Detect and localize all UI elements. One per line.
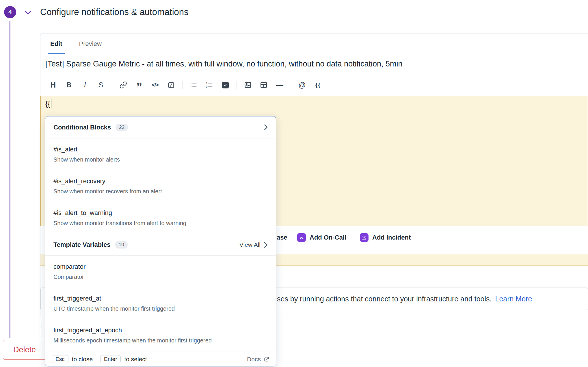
item-description: Show when monitor transitions from alert… bbox=[53, 220, 268, 227]
chevron-right-icon bbox=[264, 124, 268, 130]
autocomplete-item[interactable]: comparator Comparator bbox=[45, 256, 276, 288]
autocomplete-footer: Esc to close Enter to select Docs bbox=[45, 351, 276, 366]
svg-text:1: 1 bbox=[206, 81, 207, 85]
automation-note-text: ses by running actions that connect to y… bbox=[277, 295, 492, 303]
section-title: Conditional Blocks bbox=[53, 124, 111, 131]
step-number-badge: 4 bbox=[4, 6, 16, 18]
toolbar-horizontal-rule-button[interactable]: — bbox=[274, 79, 285, 91]
editor-tab-bar: Edit Preview bbox=[40, 34, 588, 54]
editor-toolbar: H B I S ” </> bbox=[40, 74, 588, 96]
toolbar-mention-button[interactable]: @ bbox=[296, 79, 308, 91]
step-title: Configure notifications & automations bbox=[40, 7, 189, 17]
section-template-variables-header[interactable]: Template Variables 10 View All bbox=[45, 234, 276, 256]
svg-text:2: 2 bbox=[206, 85, 207, 88]
learn-more-link[interactable]: Learn More bbox=[495, 295, 532, 303]
step-progress-line bbox=[10, 21, 10, 338]
image-icon bbox=[244, 81, 252, 89]
code-block-icon bbox=[168, 81, 175, 89]
add-incident-label: Add Incident bbox=[372, 234, 411, 241]
view-all-link[interactable]: View All bbox=[239, 241, 268, 248]
template-autocomplete-popup: Conditional Blocks 22 #is_alert Show whe… bbox=[45, 116, 276, 366]
item-description: Show when monitor recovers from an alert bbox=[53, 188, 268, 195]
esc-key: Esc bbox=[52, 355, 68, 363]
chevron-right-icon bbox=[264, 242, 268, 248]
text-caret bbox=[51, 99, 51, 108]
enter-hint: to select bbox=[124, 356, 147, 363]
toolbar-italic-button[interactable]: I bbox=[79, 79, 91, 91]
section-conditional-blocks-header[interactable]: Conditional Blocks 22 bbox=[45, 116, 276, 138]
numbered-list-icon: 1 2 bbox=[206, 81, 213, 89]
toolbar-divider bbox=[182, 81, 183, 89]
inline-code-icon: </> bbox=[152, 82, 158, 88]
add-incident-button[interactable]: Add Incident bbox=[360, 233, 411, 242]
add-oncall-button[interactable]: Add On-Call bbox=[297, 233, 346, 242]
enter-key: Enter bbox=[100, 355, 121, 363]
oncall-icon bbox=[297, 233, 306, 242]
toolbar-bullet-list-button[interactable] bbox=[188, 79, 199, 91]
toolbar-image-button[interactable] bbox=[242, 79, 254, 91]
item-name: comparator bbox=[53, 263, 268, 271]
message-text: {{ bbox=[45, 100, 50, 108]
strikethrough-icon: S bbox=[98, 81, 103, 89]
view-all-label: View All bbox=[239, 241, 260, 248]
item-name: #is_alert_to_warning bbox=[53, 209, 268, 217]
toolbar-heading-button[interactable]: H bbox=[47, 79, 59, 91]
autocomplete-item[interactable]: #is_alert_recovery Show when monitor rec… bbox=[45, 170, 276, 202]
toolbar-code-block-button[interactable] bbox=[165, 79, 177, 91]
item-name: #is_alert_recovery bbox=[53, 177, 268, 185]
italic-icon: I bbox=[84, 81, 86, 89]
docs-label: Docs bbox=[247, 356, 261, 363]
autocomplete-item[interactable]: first_triggered_at UTC timestamp when th… bbox=[45, 288, 276, 319]
toolbar-divider bbox=[237, 81, 237, 89]
heading-icon: H bbox=[51, 81, 56, 89]
item-name: first_triggered_at bbox=[53, 294, 268, 303]
tab-edit[interactable]: Edit bbox=[50, 34, 62, 54]
delete-button[interactable]: Delete bbox=[3, 340, 46, 360]
toolbar-table-button[interactable] bbox=[258, 79, 269, 91]
task-checkbox-icon bbox=[222, 82, 229, 88]
item-name: first_triggered_at_epoch bbox=[53, 326, 268, 334]
toolbar-divider bbox=[291, 81, 291, 89]
toolbar-bold-button[interactable]: B bbox=[63, 79, 75, 91]
toolbar-template-variable-button[interactable]: {{ bbox=[312, 79, 324, 91]
docs-link[interactable]: Docs bbox=[247, 356, 269, 363]
item-description: Comparator bbox=[53, 273, 268, 281]
link-icon bbox=[120, 81, 127, 89]
toolbar-numbered-list-button[interactable]: 1 2 bbox=[204, 79, 215, 91]
notification-title-value: [Test] Sparse Gauge Metric - at all time… bbox=[45, 60, 403, 68]
collapse-chevron-icon[interactable] bbox=[24, 10, 32, 15]
autocomplete-item[interactable]: #is_alert Show when monitor alerts bbox=[45, 138, 276, 170]
autocomplete-item[interactable]: #is_alert_to_warning Show when monitor t… bbox=[45, 202, 276, 234]
bullet-list-icon bbox=[190, 81, 197, 89]
notification-title-input[interactable]: [Test] Sparse Gauge Metric - at all time… bbox=[40, 54, 588, 74]
table-icon bbox=[260, 81, 267, 89]
item-description: Show when monitor alerts bbox=[53, 156, 268, 163]
mention-icon: @ bbox=[298, 81, 306, 89]
incident-icon bbox=[360, 233, 369, 242]
section-title: Template Variables bbox=[53, 241, 111, 249]
item-description: UTC timestamp when the monitor first tri… bbox=[53, 305, 268, 312]
item-description: Milliseconds epoch timestamp when the mo… bbox=[53, 337, 268, 344]
add-oncall-label: Add On-Call bbox=[310, 234, 346, 241]
toolbar-task-list-button[interactable] bbox=[219, 79, 231, 91]
horizontal-rule-icon: — bbox=[276, 81, 283, 90]
add-case-button-partial[interactable]: ase bbox=[277, 234, 287, 241]
toolbar-link-button[interactable] bbox=[118, 79, 129, 91]
monitor-config-screen: 4 Configure notifications & automations … bbox=[0, 0, 588, 367]
toolbar-code-button[interactable]: </> bbox=[149, 79, 161, 91]
toolbar-quote-button[interactable]: ” bbox=[133, 79, 145, 91]
tab-preview[interactable]: Preview bbox=[79, 34, 102, 54]
toolbar-strikethrough-button[interactable]: S bbox=[95, 79, 107, 91]
quote-icon: ” bbox=[136, 81, 142, 89]
count-badge: 22 bbox=[116, 124, 128, 131]
count-badge: 10 bbox=[115, 241, 128, 249]
external-link-icon bbox=[264, 356, 269, 362]
bold-icon: B bbox=[66, 81, 71, 89]
template-variable-icon: {{ bbox=[315, 81, 321, 88]
esc-hint: to close bbox=[72, 356, 93, 363]
item-name: #is_alert bbox=[53, 145, 268, 153]
toolbar-divider bbox=[112, 81, 112, 89]
autocomplete-item[interactable]: first_triggered_at_epoch Milliseconds ep… bbox=[45, 319, 276, 351]
